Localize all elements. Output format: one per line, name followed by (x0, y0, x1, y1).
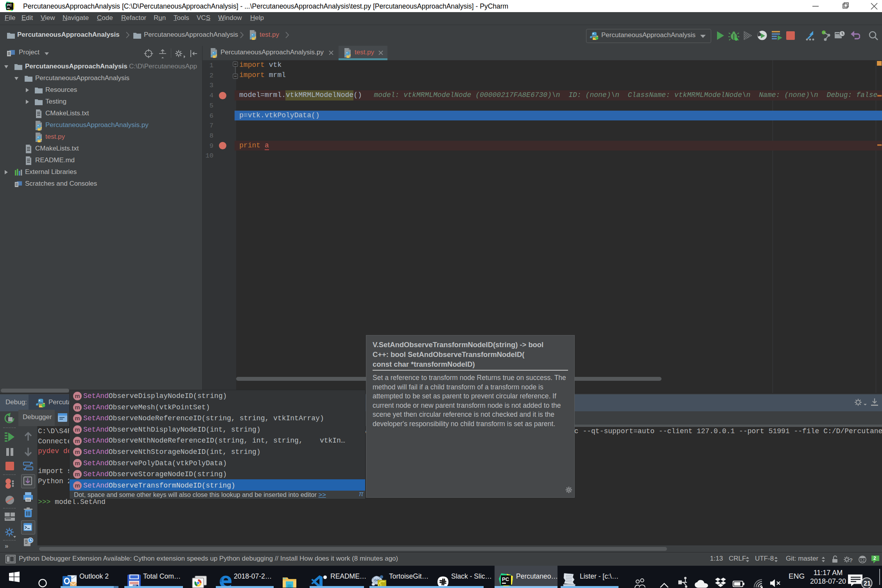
svg-text:2: 2 (873, 556, 876, 561)
svg-text:PC: PC (502, 576, 509, 582)
svg-text:?: ? (849, 557, 853, 563)
svg-text:21: 21 (864, 580, 871, 587)
svg-text:PC: PC (7, 3, 12, 7)
